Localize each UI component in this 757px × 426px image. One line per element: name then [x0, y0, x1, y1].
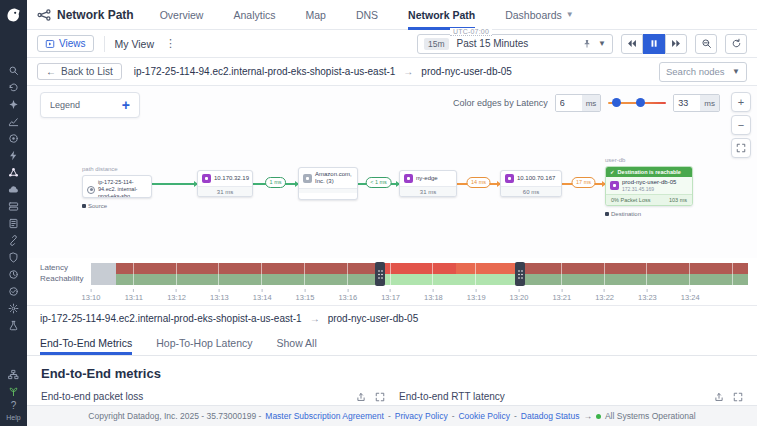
datadog-logo-icon[interactable]: [4, 5, 23, 24]
time-tick: 13:16: [338, 289, 357, 302]
banner-text: Destination is reachable: [618, 169, 681, 175]
tab-analytics[interactable]: Analytics: [233, 0, 275, 30]
refresh-button[interactable]: [725, 34, 747, 54]
history-icon[interactable]: [6, 81, 21, 94]
footer-separator: -: [452, 411, 455, 421]
graph-node-destination[interactable]: ✓Destination is reachable prod-nyc-user-…: [605, 166, 693, 206]
synthetics-icon[interactable]: [6, 268, 21, 281]
node-footer: [299, 188, 357, 193]
current-view-name[interactable]: My View: [115, 38, 154, 50]
logs-icon[interactable]: [6, 217, 21, 230]
footer-link-status[interactable]: Datadog Status: [521, 411, 580, 421]
legend-card: Legend +: [40, 92, 140, 118]
pause-button[interactable]: [643, 34, 665, 54]
search-nodes-select[interactable]: Search nodes ▼: [659, 62, 747, 82]
page-title-text: Network Path: [57, 8, 134, 22]
search-icon[interactable]: [6, 64, 21, 77]
tab-end-to-end-metrics[interactable]: End-To-End Metrics: [40, 337, 132, 355]
time-tick: 13:11: [125, 289, 143, 302]
node-title: 10.100.70.167: [517, 175, 555, 182]
node-latency: 31 ms: [198, 186, 252, 197]
ci-icon[interactable]: [6, 319, 21, 332]
help-label[interactable]: Help: [6, 414, 20, 421]
footer-link-cookie[interactable]: Cookie Policy: [458, 411, 510, 421]
step-back-button[interactable]: [621, 34, 643, 54]
tab-overview[interactable]: Overview: [160, 0, 204, 30]
fit-to-screen-button[interactable]: [731, 138, 751, 158]
tab-show-all[interactable]: Show All: [277, 337, 317, 355]
plant-icon[interactable]: [6, 385, 21, 398]
serverless-icon[interactable]: [6, 149, 21, 162]
breadcrumb-destination: prod-nyc-user-db-05: [421, 66, 512, 77]
panel-title: End-to-end RTT latency: [399, 391, 505, 402]
tab-dns[interactable]: DNS: [356, 0, 378, 30]
step-forward-button[interactable]: [665, 34, 687, 54]
rum-icon[interactable]: [6, 285, 21, 298]
apm-icon[interactable]: [6, 132, 21, 145]
packet-loss-value: 0% Packet Loss: [611, 197, 650, 203]
edge-hop3-hop4[interactable]: 14 ms: [457, 183, 500, 185]
export-icon[interactable]: [714, 392, 724, 402]
external-arrow-icon: →: [583, 411, 592, 421]
latency-max-input[interactable]: [674, 95, 700, 111]
tab-hop-to-hop-latency[interactable]: Hop-To-Hop Latency: [156, 337, 252, 355]
integrations-icon[interactable]: [6, 234, 21, 247]
host-icon: [610, 181, 619, 190]
export-icon[interactable]: [356, 392, 366, 402]
network-icon[interactable]: [6, 166, 21, 179]
watchdog-icon[interactable]: [6, 98, 21, 111]
expand-icon[interactable]: [375, 392, 385, 402]
zoom-out-graph-button[interactable]: −: [731, 115, 751, 135]
timeline-bars[interactable]: [91, 263, 748, 285]
pin-icon[interactable]: [582, 35, 592, 53]
legend-expand-button[interactable]: +: [122, 99, 130, 111]
search-nodes-placeholder: Search nodes: [666, 66, 725, 77]
node-ip: 172.31.45.169: [622, 186, 676, 192]
footer-link-privacy[interactable]: Privacy Policy: [395, 411, 448, 421]
graph-node-hop4[interactable]: 10.100.70.167 60 ms: [500, 170, 562, 197]
latency-min-input[interactable]: [556, 95, 582, 111]
destination-node-footer: 0% Packet Loss 103 ms: [606, 194, 692, 205]
back-to-list-button[interactable]: ← Back to List: [37, 63, 122, 80]
zoom-in-button[interactable]: +: [731, 92, 751, 112]
footer-link-msa[interactable]: Master Subscription Agreement: [265, 411, 384, 421]
edge-hop2-hop3[interactable]: < 1 ms: [358, 183, 399, 185]
time-tick: 13:17: [381, 289, 400, 302]
org-icon[interactable]: [6, 368, 21, 381]
hosts-icon[interactable]: [6, 200, 21, 213]
node-title: ny-edge: [416, 175, 438, 182]
edge-source-hop1[interactable]: [152, 183, 197, 185]
graph-node-hop1[interactable]: 10.170.32.19 31 ms: [197, 170, 253, 197]
graph-node-source[interactable]: ip-172-25-114-94.ec2. internal-prod-eks-…: [82, 175, 152, 198]
tab-network-path[interactable]: Network Path: [408, 0, 475, 30]
latency-slider-handle-max[interactable]: [636, 98, 645, 107]
time-range-picker[interactable]: UTC-07:00 15m Past 15 Minutes ▼: [417, 34, 613, 54]
latency-slider[interactable]: [608, 94, 666, 112]
zoom-out-button[interactable]: [695, 34, 717, 54]
selection-handle-left[interactable]: [375, 262, 385, 286]
infrastructure-icon[interactable]: [6, 183, 21, 196]
latency-row-label: Latency: [40, 263, 68, 272]
back-arrow-icon: ←: [46, 66, 56, 77]
metrics-icon[interactable]: [6, 115, 21, 128]
views-button[interactable]: Views: [37, 35, 94, 52]
selection-handle-right[interactable]: [515, 262, 525, 286]
edge-hop4-destination[interactable]: 17 ms: [562, 183, 605, 185]
view-bar: Views My View ⋮ UTC-07:00 15m Past 15 Mi…: [27, 30, 757, 58]
tab-map[interactable]: Map: [305, 0, 325, 30]
expand-icon[interactable]: [733, 392, 743, 402]
help-icon[interactable]: ?: [11, 401, 17, 411]
timezone-label: UTC-07:00: [450, 28, 492, 36]
graph-node-ny-edge[interactable]: ny-edge 31 ms: [399, 170, 457, 197]
settings-icon[interactable]: [6, 302, 21, 315]
breadcrumb-arrow-icon: →: [403, 66, 413, 77]
latency-slider-handle-min[interactable]: [612, 98, 621, 107]
graph-node-amazon[interactable]: Amazon.com, Inc. (3): [298, 167, 358, 200]
tab-dashboards[interactable]: Dashboards▼: [505, 0, 574, 30]
chevron-down-icon[interactable]: ▼: [598, 39, 606, 48]
provider-icon: [303, 174, 312, 183]
view-options-kebab-icon[interactable]: ⋮: [162, 37, 179, 50]
footer-status-text: All Systems Operational: [605, 411, 696, 421]
security-icon[interactable]: [6, 251, 21, 264]
edge-hop1-hop2[interactable]: 1 ms: [253, 183, 298, 185]
